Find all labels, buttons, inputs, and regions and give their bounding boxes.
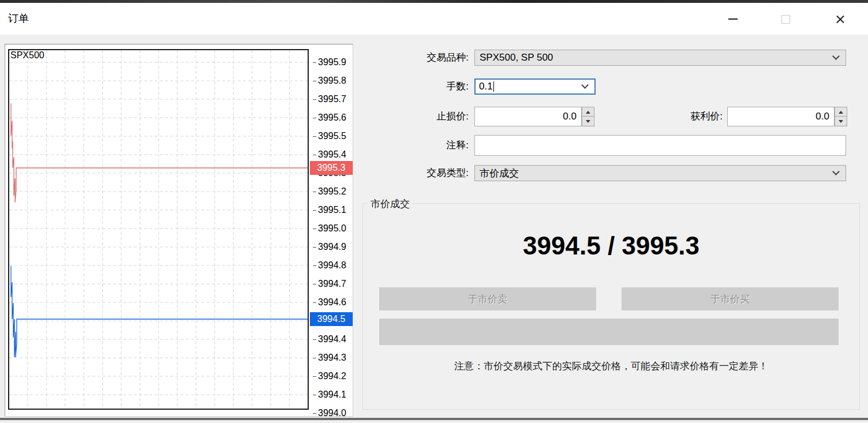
order-dialog: 订单 SPX500 3994.03994.13994.23994.33994.4… <box>0 0 868 423</box>
stop-loss-label: 止损价: <box>365 107 469 126</box>
close-icon <box>835 14 845 24</box>
arrow-up-icon <box>586 111 590 114</box>
chart-grid <box>9 50 308 409</box>
background-window-edge <box>0 418 868 420</box>
titlebar: 订单 <box>0 3 868 35</box>
price-tick-label: 3994.4 <box>318 333 353 346</box>
symbol-select[interactable]: SPX500, SP 500 <box>474 50 846 66</box>
price-tick-label: 3994.6 <box>318 296 353 309</box>
tick-chart: SPX500 <box>8 49 309 410</box>
order-type-label: 交易类型: <box>365 165 469 181</box>
take-profit-spinner <box>835 107 847 126</box>
take-profit-input[interactable]: 0.0 <box>727 107 835 126</box>
close-button[interactable] <box>831 11 848 27</box>
price-tick-label: 3995.5 <box>318 130 353 143</box>
stop-loss-spinner <box>582 107 594 126</box>
volume-label: 手数: <box>365 78 469 95</box>
chart-symbol-label: SPX500 <box>10 50 44 61</box>
ask-price-badge: 3995.3 <box>310 161 353 175</box>
stop-loss-value: 0.0 <box>563 111 577 122</box>
text-caret <box>493 81 494 92</box>
bid-price-badge: 3994.5 <box>310 312 353 326</box>
symbol-select-value: SPX500, SP 500 <box>480 52 553 63</box>
price-tick-label: 3994.1 <box>318 388 353 401</box>
take-profit-value: 0.0 <box>815 111 829 122</box>
dialog-title: 订单 <box>8 3 29 35</box>
order-type-select[interactable]: 市价成交 <box>474 165 846 181</box>
symbol-label: 交易品种: <box>365 50 469 66</box>
minimize-icon <box>728 18 738 20</box>
price-tick-label: 3995.6 <box>318 111 353 124</box>
tick-chart-canvas <box>9 50 308 409</box>
chevron-down-icon <box>581 81 589 89</box>
price-tick-label: 3994.8 <box>318 259 353 272</box>
bid-line <box>11 266 308 357</box>
group-title: 市价成交 <box>368 197 413 211</box>
take-profit-label: 获利价: <box>619 107 723 126</box>
tick-chart-panel: SPX500 3994.03994.13994.23994.33994.4399… <box>5 44 353 417</box>
price-tick-label: 3995.2 <box>318 185 353 198</box>
arrow-down-icon <box>586 120 590 123</box>
stop-loss-up-button[interactable] <box>582 107 594 117</box>
price-tick-label: 3995.1 <box>318 204 353 216</box>
buy-by-market-button[interactable]: 于市价买 <box>622 287 839 310</box>
volume-value: 0.1 <box>479 81 493 92</box>
sell-by-market-button[interactable]: 于市价卖 <box>379 287 596 310</box>
arrow-up-icon <box>839 111 843 114</box>
price-tick-label: 3995.0 <box>318 222 353 235</box>
price-tick-label: 3995.8 <box>318 74 353 87</box>
price-tick-label: 3995.9 <box>318 56 353 69</box>
bid-ask-quote: 3994.5 / 3995.3 <box>363 231 859 260</box>
comment-input[interactable] <box>474 135 846 156</box>
disabled-action-bar <box>379 319 839 345</box>
maximize-button <box>777 11 794 27</box>
volume-combo[interactable]: 0.1 <box>474 78 596 95</box>
price-tick-label: 3995.7 <box>318 93 353 106</box>
order-type-value: 市价成交 <box>480 167 519 180</box>
comment-label: 注释: <box>365 135 469 156</box>
ask-line <box>11 103 308 203</box>
take-profit-up-button[interactable] <box>835 107 847 117</box>
price-tick-label: 3994.9 <box>318 241 353 253</box>
market-execution-note: 注意：市价交易模式下的实际成交价格，可能会和请求价格有一定差异！ <box>363 360 859 373</box>
maximize-icon <box>781 15 790 24</box>
chevron-down-icon <box>832 53 840 60</box>
stop-loss-input[interactable]: 0.0 <box>474 107 582 126</box>
price-tick-label: 3995.4 <box>318 148 353 161</box>
arrow-down-icon <box>839 120 843 123</box>
market-execution-group: 市价成交 3994.5 / 3995.3 于市价卖 于市价买 注意：市价交易模式… <box>362 203 860 410</box>
price-tick-label: 3994.0 <box>318 407 353 417</box>
price-tick-label: 3994.7 <box>318 278 353 290</box>
chevron-down-icon <box>832 168 840 175</box>
minimize-button[interactable] <box>724 11 742 27</box>
take-profit-down-button[interactable] <box>835 117 847 126</box>
stop-loss-down-button[interactable] <box>582 117 594 126</box>
price-scale: 3994.03994.13994.23994.33994.43994.53994… <box>313 44 353 417</box>
price-tick-label: 3994.2 <box>318 370 353 383</box>
price-tick-label: 3994.3 <box>318 351 353 364</box>
